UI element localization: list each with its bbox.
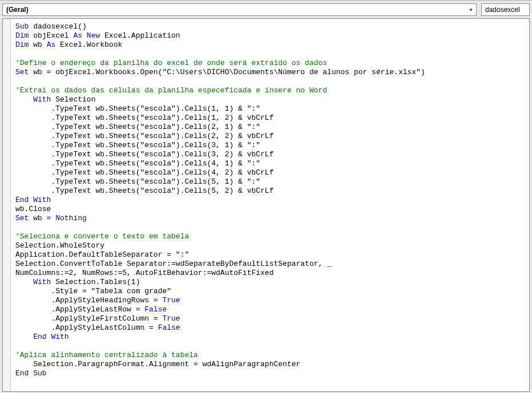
code-token: Sub <box>15 22 29 31</box>
scope-value: (Geral) <box>6 6 29 14</box>
code-line: .Style = "Tabela com grade" <box>15 287 171 295</box>
code-comment: 'Aplica alinhamento centralizado à tabel… <box>15 351 198 359</box>
code-token: Excel.Workbook <box>55 40 122 49</box>
code-token: Set <box>15 68 29 76</box>
code-line: .TypeText wb.Sheets("escola").Cells(3, 2… <box>15 150 273 159</box>
topbar: (Geral) ▼ dadosexcel <box>2 2 530 18</box>
code-token: False <box>144 305 167 314</box>
code-line: Selection.WholeStory <box>15 241 104 250</box>
code-token: End With <box>15 196 51 204</box>
procedure-dropdown[interactable]: dadosexcel <box>481 3 530 16</box>
vba-editor-window: (Geral) ▼ dadosexcel Sub dadosexcel() Di… <box>0 0 532 393</box>
code-line: Selection.ConvertToTable Separator:=wdSe… <box>15 260 332 268</box>
chevron-down-icon: ▼ <box>467 6 475 14</box>
code-editor[interactable]: Sub dadosexcel() Dim objExcel As New Exc… <box>11 19 529 391</box>
code-line: .TypeText wb.Sheets("escola").Cells(2, 2… <box>15 132 273 140</box>
code-line: wb.Close <box>15 205 51 213</box>
code-token: Dim <box>15 31 29 40</box>
scope-dropdown[interactable]: (Geral) ▼ <box>2 3 477 16</box>
code-token: Set <box>15 214 29 222</box>
code-token: wb = <box>29 214 55 222</box>
code-line: .TypeText wb.Sheets("escola").Cells(4, 1… <box>15 159 260 168</box>
code-line: .TypeText wb.Sheets("escola").Cells(5, 1… <box>15 177 260 186</box>
code-token: objExcel <box>29 31 73 40</box>
code-token: As <box>47 40 56 49</box>
code-token: True <box>162 296 180 305</box>
code-comment: 'Seleciona e converte o texto em tabela <box>15 232 189 241</box>
code-line: .TypeText wb.Sheets("escola").Cells(4, 2… <box>15 168 273 177</box>
code-token: Selection.Tables(1) <box>51 278 140 286</box>
code-comment: 'Define o endereço da planilha do excel … <box>15 59 327 67</box>
code-token: With <box>33 95 51 104</box>
code-token: .ApplyStyleLastRow = <box>15 305 144 314</box>
code-line: .TypeText wb.Sheets("escola").Cells(1, 1… <box>15 104 260 113</box>
code-line: .TypeText wb.Sheets("escola").Cells(1, 2… <box>15 114 273 122</box>
code-token: End With <box>33 333 68 341</box>
code-line: .TypeText wb.Sheets("escola").Cells(2, 1… <box>15 123 260 131</box>
code-token: True <box>162 314 180 323</box>
code-line: .TypeText wb.Sheets("escola").Cells(5, 2… <box>15 187 273 195</box>
code-token: Selection <box>51 95 95 104</box>
procedure-value: dadosexcel <box>485 6 520 14</box>
code-token: With <box>33 278 51 286</box>
code-pane: Sub dadosexcel() Dim objExcel As New Exc… <box>2 18 530 392</box>
code-token: Dim <box>15 40 29 49</box>
code-token: wb = objExcel.Workbooks.Open("C:\Users\D… <box>29 68 425 76</box>
code-token: As New <box>73 31 100 40</box>
code-gutter <box>3 19 11 391</box>
code-token: .ApplyStyleHeadingRows = <box>15 296 162 305</box>
code-token: End Sub <box>15 369 47 378</box>
code-token: False <box>158 323 180 332</box>
code-token: Excel.Application <box>100 31 180 40</box>
code-token: Nothing <box>55 214 87 222</box>
code-token: dadosexcel() <box>29 22 86 31</box>
code-line: .TypeText wb.Sheets("escola").Cells(3, 1… <box>15 141 260 149</box>
code-token: .ApplyStyleLastColumn = <box>15 323 158 332</box>
code-comment: 'Extrai os dados das células da planilha… <box>15 86 327 95</box>
code-line: Application.DefaultTableSeparator = ":" <box>15 250 189 259</box>
code-token: .ApplyStyleFirstColumn = <box>15 314 162 323</box>
code-line: Selection.ParagraphFormat.Alignment = wd… <box>15 360 300 368</box>
code-line: NumColumns:=2, NumRows:=5, AutoFitBehavi… <box>15 269 273 277</box>
code-token: wb <box>29 40 46 49</box>
